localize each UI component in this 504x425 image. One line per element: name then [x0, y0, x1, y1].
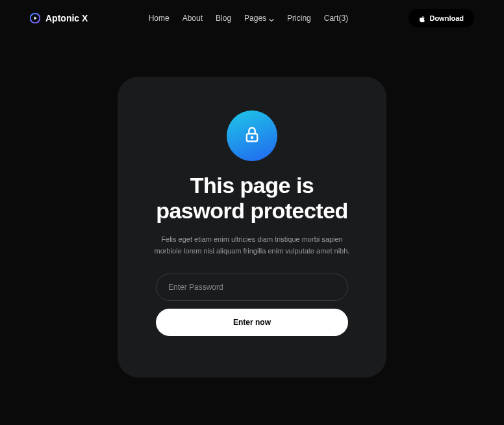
- nav-blog[interactable]: Blog: [216, 14, 231, 23]
- download-button[interactable]: Download: [409, 9, 474, 27]
- page-title: This page is pasword protected: [146, 173, 358, 224]
- lock-icon-circle: [227, 110, 277, 161]
- download-label: Download: [429, 14, 464, 22]
- page-subtitle: Felis eget etiam enim ultricies diam tri…: [148, 234, 356, 257]
- password-input[interactable]: [156, 274, 348, 301]
- logo-icon: [30, 13, 40, 23]
- chevron-down-icon: [269, 16, 274, 21]
- lock-icon: [243, 125, 261, 146]
- logo[interactable]: Aptonic X: [30, 13, 88, 23]
- brand-name: Aptonic X: [45, 13, 88, 23]
- svg-point-3: [251, 137, 253, 138]
- apple-icon: [419, 15, 425, 22]
- password-card: This page is pasword protected Felis ege…: [118, 77, 386, 378]
- main-nav: Home About Blog Pages Pricing Cart(3): [149, 14, 348, 23]
- svg-marker-1: [34, 16, 37, 19]
- nav-home[interactable]: Home: [149, 14, 170, 23]
- nav-pages-label: Pages: [244, 14, 266, 23]
- nav-pricing[interactable]: Pricing: [287, 14, 311, 23]
- nav-cart[interactable]: Cart(3): [324, 14, 348, 23]
- main-content: This page is pasword protected Felis ege…: [0, 36, 504, 378]
- nav-about[interactable]: About: [183, 14, 203, 23]
- header: Aptonic X Home About Blog Pages Pricing …: [0, 0, 504, 36]
- nav-pages[interactable]: Pages: [244, 14, 274, 23]
- enter-button[interactable]: Enter now: [156, 309, 348, 336]
